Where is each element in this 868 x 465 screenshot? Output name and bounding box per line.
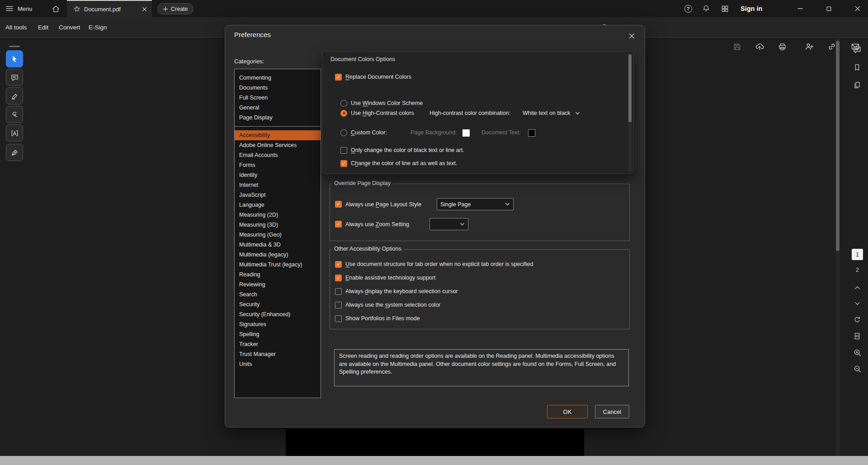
category-item[interactable]: Security bbox=[235, 299, 321, 309]
fit-page-button[interactable] bbox=[850, 329, 864, 343]
assistive-tech-checkbox[interactable] bbox=[335, 275, 342, 281]
document-tab[interactable]: Document.pdf bbox=[67, 0, 152, 17]
zoom-setting-select[interactable] bbox=[429, 218, 468, 230]
category-item[interactable]: Internet bbox=[235, 180, 321, 190]
category-item[interactable]: Measuring (3D) bbox=[235, 220, 321, 230]
category-item[interactable]: Multimedia (legacy) bbox=[235, 250, 321, 260]
option-row: Always use the system selection color bbox=[335, 301, 441, 309]
notifications-button[interactable] bbox=[700, 2, 712, 15]
current-page-indicator[interactable]: 1 bbox=[852, 249, 863, 260]
category-item[interactable]: Adobe Online Services bbox=[235, 140, 321, 150]
contrast-combo[interactable]: White text on black bbox=[523, 109, 580, 117]
only-black-checkbox[interactable] bbox=[340, 147, 347, 154]
replace-colors-checkbox[interactable] bbox=[335, 74, 342, 81]
tab-title: Document.pdf bbox=[84, 6, 138, 13]
zoom-out-button[interactable] bbox=[850, 361, 864, 376]
ok-button[interactable]: OK bbox=[547, 405, 588, 418]
keyboard-cursor-checkbox[interactable] bbox=[335, 288, 342, 295]
category-item[interactable]: Reading bbox=[235, 270, 321, 280]
next-page-indicator[interactable]: 2 bbox=[852, 265, 863, 275]
nav-edit[interactable]: Edit bbox=[38, 17, 48, 37]
cloud-upload-button[interactable] bbox=[752, 40, 767, 53]
close-window-button[interactable] bbox=[849, 0, 867, 17]
category-item[interactable]: JavaScript bbox=[235, 190, 321, 200]
category-item[interactable]: Multimedia Trust (legacy) bbox=[235, 260, 321, 270]
category-item[interactable]: Page Display bbox=[235, 113, 321, 123]
portfolios-files-mode-checkbox[interactable] bbox=[335, 315, 342, 322]
category-item[interactable]: Units bbox=[235, 359, 321, 369]
category-item[interactable]: Identity bbox=[235, 170, 321, 180]
tool-rail-handle[interactable] bbox=[9, 46, 20, 47]
cancel-button[interactable]: Cancel bbox=[595, 405, 629, 418]
save-button[interactable] bbox=[730, 40, 744, 53]
panel-scrollbar[interactable] bbox=[628, 54, 632, 172]
sign-in-button[interactable]: Sign in bbox=[741, 0, 762, 17]
category-item[interactable]: Full Screen bbox=[235, 93, 321, 103]
plus-icon bbox=[163, 6, 168, 12]
vertical-scrollbar-thumb[interactable] bbox=[836, 41, 840, 251]
category-item[interactable]: Tracker bbox=[235, 339, 321, 349]
system-selection-color-checkbox[interactable] bbox=[335, 302, 342, 308]
apps-grid-button[interactable] bbox=[719, 2, 731, 15]
text-select-tool-button[interactable] bbox=[6, 124, 23, 142]
previous-page-button[interactable] bbox=[850, 280, 864, 295]
category-item[interactable]: Email Accounts bbox=[235, 150, 321, 160]
highlighter-tool-button[interactable] bbox=[6, 87, 23, 104]
next-page-button[interactable] bbox=[850, 296, 864, 310]
page-background-swatch-row bbox=[462, 129, 470, 137]
help-button[interactable]: ? bbox=[682, 2, 694, 15]
home-button[interactable] bbox=[49, 2, 62, 15]
nav-convert[interactable]: Convert bbox=[59, 17, 80, 37]
custom-color-radio[interactable] bbox=[340, 129, 347, 136]
comments-panel-button[interactable] bbox=[850, 43, 864, 57]
bookmarks-panel-button[interactable] bbox=[850, 60, 864, 75]
create-button[interactable]: Create bbox=[157, 3, 193, 14]
category-item[interactable]: Language bbox=[235, 200, 321, 210]
category-item[interactable]: Trust Manager bbox=[235, 349, 321, 359]
line-art-checkbox[interactable] bbox=[340, 160, 347, 167]
windows-scheme-radio[interactable] bbox=[340, 100, 347, 107]
maximize-button[interactable] bbox=[820, 0, 838, 17]
pages-panel-button[interactable] bbox=[850, 78, 864, 92]
comment-tool-button[interactable] bbox=[6, 69, 23, 86]
zoom-setting-checkbox[interactable] bbox=[335, 221, 342, 228]
print-button[interactable] bbox=[775, 40, 789, 53]
category-item[interactable]: Documents bbox=[235, 83, 321, 93]
nav-esign[interactable]: E-Sign bbox=[89, 17, 107, 37]
vertical-scrollbar[interactable] bbox=[836, 39, 840, 456]
fill-sign-tool-button[interactable] bbox=[6, 144, 23, 161]
dialog-close-button[interactable] bbox=[626, 30, 637, 42]
category-item[interactable]: Reviewing bbox=[235, 280, 321, 289]
tab-close-icon[interactable] bbox=[142, 6, 147, 12]
minimize-button[interactable] bbox=[791, 0, 809, 17]
doc-structure-checkbox[interactable] bbox=[335, 261, 342, 268]
category-item[interactable]: General bbox=[235, 103, 321, 113]
category-item[interactable]: Commenting bbox=[235, 73, 321, 83]
rotate-page-button[interactable] bbox=[850, 313, 864, 327]
nav-all-tools[interactable]: All tools bbox=[5, 17, 27, 37]
category-item[interactable]: Measuring (2D) bbox=[235, 210, 321, 220]
zoom-in-button[interactable] bbox=[850, 345, 864, 360]
zoom-setting-row: Always use Zoom Setting bbox=[335, 218, 409, 230]
layout-style-checkbox[interactable] bbox=[335, 201, 342, 208]
panel-scrollbar-thumb[interactable] bbox=[628, 54, 632, 122]
layout-style-value: Single Page bbox=[440, 201, 471, 208]
select-tool-button[interactable] bbox=[6, 50, 23, 67]
page-background-swatch[interactable] bbox=[462, 129, 470, 137]
horizontal-scrollbar[interactable] bbox=[0, 456, 868, 465]
layout-style-select[interactable]: Single Page bbox=[437, 198, 514, 210]
category-item[interactable]: Signatures bbox=[235, 319, 321, 329]
draw-tool-button[interactable] bbox=[6, 106, 23, 123]
category-item[interactable]: Multimedia & 3D bbox=[235, 240, 321, 250]
high-contrast-radio[interactable] bbox=[340, 110, 347, 117]
contrast-combo-label-row: High-contrast color combination: bbox=[429, 109, 510, 117]
category-item[interactable]: Search bbox=[235, 289, 321, 299]
category-item[interactable]: Measuring (Geo) bbox=[235, 230, 321, 240]
request-signatures-button[interactable] bbox=[802, 40, 816, 53]
menu-button[interactable]: Menu bbox=[5, 2, 39, 15]
category-item[interactable]: Spelling bbox=[235, 329, 321, 339]
document-text-swatch[interactable] bbox=[528, 129, 535, 137]
category-item[interactable]: Security (Enhanced) bbox=[235, 309, 321, 319]
category-item-selected[interactable]: Accessibility bbox=[235, 130, 321, 140]
category-item[interactable]: Forms bbox=[235, 160, 321, 170]
